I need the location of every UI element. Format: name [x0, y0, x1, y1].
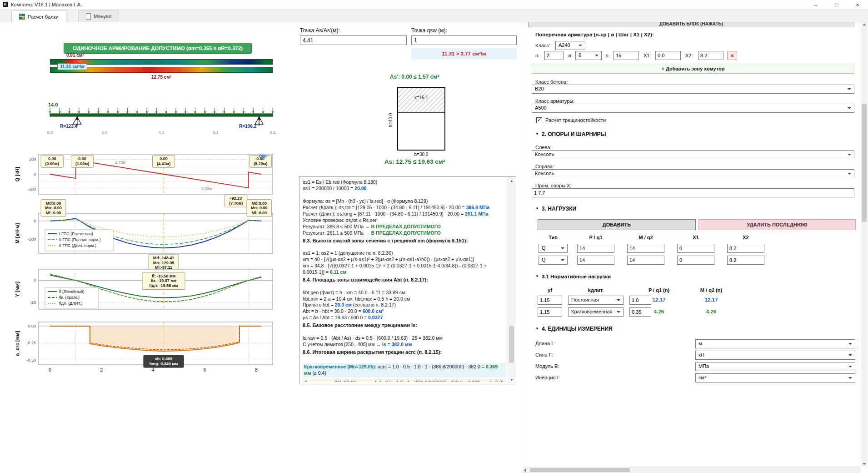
right-panel-scrollbar[interactable] [861, 22, 868, 467]
ruler-label: 8.2 [270, 130, 276, 135]
load-value-input[interactable] [577, 244, 614, 253]
svg-text:-0.50: -0.50 [26, 358, 36, 362]
load-type-select[interactable]: Q [539, 256, 568, 265]
load-value-label: 14.0 [48, 102, 58, 107]
unit-value: МПа [698, 363, 709, 369]
point-qsw-input[interactable] [411, 35, 517, 45]
ruler-label: 4.1 [159, 130, 165, 135]
supports-section-header[interactable]: 2. ОПОРЫ И ШАРНИРЫ [535, 131, 606, 137]
load-value-input[interactable] [627, 256, 664, 265]
normative-column-header: M / q2 (n) [686, 287, 736, 293]
calc-log-line [303, 244, 506, 250]
calc-log-line: Результат: 261.1 ≤ 500 МПа → В ПРЕДЕЛАХ … [303, 230, 506, 236]
stirrup-class-select[interactable]: A240 [555, 41, 585, 50]
clipped-top-button[interactable]: ДОБАВИТЬ БЛОК (НАЖАТЬ) [528, 22, 854, 28]
load-value-input[interactable] [677, 244, 714, 253]
svg-text:flдл: -19.56 мм: flдл: -19.56 мм [149, 283, 178, 288]
gamma-f-input[interactable] [538, 307, 562, 317]
duration-kind-select[interactable]: Кратковременная [568, 307, 624, 317]
right-panel-hscrollbar[interactable] [523, 467, 861, 473]
section-height-label: h=40.0 [388, 113, 393, 127]
normative-table: Постоянная12.1712.17Кратковременная4.264… [532, 296, 854, 319]
add-load-button[interactable]: ДОБАВИТЬ [538, 219, 696, 230]
svg-text:fl (Линейный): fl (Линейный) [59, 289, 84, 294]
crack-resistance-checkbox[interactable] [536, 117, 542, 123]
stirrup-step-input[interactable] [614, 51, 639, 60]
scrollbar-thumb[interactable] [530, 468, 630, 472]
unit-label: Сила F: [535, 352, 553, 357]
rebar-class-select[interactable]: A500 [532, 104, 854, 113]
units-section-header[interactable]: 4. ЕДИНИЦЫ ИЗМЕРЕНИЯ [535, 326, 613, 332]
load-type-value: Q [542, 257, 546, 262]
load-row: Q [532, 244, 854, 254]
load-type-select[interactable]: Q [539, 244, 568, 253]
calc-log-scrollbar[interactable]: ▲ ▼ [508, 177, 515, 383]
scroll-up-icon[interactable]: ▲ [508, 177, 515, 184]
unit-select[interactable]: м [695, 339, 855, 348]
stirrup-diameter-value: 6 [579, 52, 581, 58]
unit-select[interactable]: кН [695, 351, 855, 360]
normative-value: 4.26 [693, 309, 729, 314]
support-left-label: Слева: [535, 145, 551, 150]
loads-column-header: X1 [677, 235, 714, 240]
unit-label: Длина L: [535, 341, 555, 346]
loads-column-header: X2 [727, 235, 764, 240]
collapse-icon [535, 274, 539, 278]
reinforcement-diagram: 0.91 см² 11.31 см²/м 12.75 см² [14, 53, 279, 82]
tab-beam-calculation[interactable]: Расчет балки [11, 10, 66, 22]
window-title: Комплекс V16.1 | Малахов Г.А. [11, 2, 82, 7]
close-button[interactable] [847, 0, 868, 9]
svg-text:I ГПС (Расчетная): I ГПС (Расчетная) [59, 231, 93, 236]
stirrup-x1-input[interactable] [655, 51, 681, 60]
loads-section-header[interactable]: 3. НАГРУЗКИ [535, 206, 576, 212]
concrete-class-select[interactable]: B20 [532, 85, 854, 94]
delete-last-load-button[interactable]: УДАЛИТЬ ПОСЛЕДНЮЮ [698, 219, 856, 230]
scroll-down-icon[interactable] [863, 463, 866, 465]
svg-text:(1.00м): (1.00м) [75, 161, 89, 166]
minimize-button[interactable] [805, 0, 826, 9]
scrollbar-thumb[interactable] [509, 326, 514, 363]
tab-manual[interactable]: Мануал [78, 10, 119, 22]
scroll-down-icon[interactable]: ▼ [508, 377, 515, 383]
as-top-area-label: 0.91 см² [66, 53, 84, 58]
load-value-input[interactable] [577, 256, 614, 265]
calc-log-line: 8.5. Базовое расстояние между трещинами … [303, 321, 506, 329]
crack-width-chart: 0.00-0.25-0.5002468sh: 0.369long: 0.349 … [14, 319, 279, 373]
duration-kind-select[interactable]: Постоянная [568, 296, 624, 305]
unit-label: Модуль E: [535, 363, 559, 369]
mid-supports-input[interactable] [532, 188, 854, 197]
window-controls [805, 0, 868, 9]
scroll-left-icon[interactable] [524, 468, 526, 472]
point-as-input[interactable] [300, 35, 407, 45]
scroll-up-icon[interactable] [863, 24, 866, 25]
support-left-select[interactable]: Консоль [532, 150, 854, 159]
svg-text:II ГПС (Длит. норм.): II ГПС (Длит. норм.) [59, 243, 96, 248]
add-stirrup-zone-button[interactable]: + Добавить зону хомутов [532, 64, 854, 74]
compressed-zone-label: x=16.1 [414, 95, 429, 100]
gamma-f-input[interactable] [538, 296, 562, 305]
load-value-input[interactable] [727, 256, 764, 265]
load-value-input[interactable] [727, 244, 764, 253]
support-right-select[interactable]: Консоль [532, 169, 854, 178]
normative-section-header[interactable]: 3.1 Нормативные нагрузки [535, 274, 611, 279]
load-value-input[interactable] [627, 244, 664, 253]
svg-text:-20: -20 [30, 300, 36, 305]
normative-value: 12.17 [693, 297, 729, 302]
calc-log-line: hbt,min = 2·a = 10.4 см; hbt,max = 0.5·h… [303, 296, 506, 302]
class-label: Класс: [535, 43, 550, 48]
scrollbar-thumb[interactable] [862, 104, 867, 222]
stirrup-n-input[interactable] [544, 51, 564, 60]
remove-stirrup-zone-button[interactable]: ✕ [727, 51, 737, 60]
load-value-input[interactable] [677, 256, 714, 265]
unit-select[interactable]: см⁴ [695, 373, 855, 382]
unit-select[interactable]: МПа [695, 362, 855, 371]
loads-table: QQ [532, 244, 854, 268]
unit-label: Инерция I: [535, 375, 560, 380]
maximize-button[interactable] [826, 0, 847, 9]
stirrup-diameter-select[interactable]: 6 [575, 51, 602, 60]
svg-text:Mn:-129.05: Mn:-129.05 [153, 261, 175, 265]
stirrup-x2-input[interactable] [698, 51, 723, 60]
normative-value: 4.26 [641, 309, 677, 314]
supports-header-label: 2. ОПОРЫ И ШАРНИРЫ [542, 131, 606, 137]
svg-text:8: 8 [255, 367, 258, 372]
